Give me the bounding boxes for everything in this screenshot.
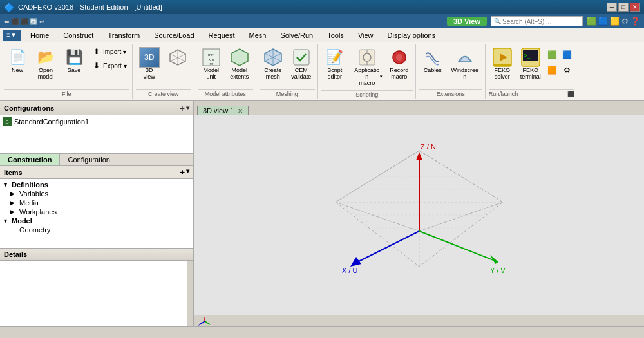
search-input[interactable]: [502, 18, 580, 25]
export-label: Export ▾: [103, 62, 127, 70]
items-title: Items: [4, 169, 23, 176]
tab-display-options[interactable]: Display options: [381, 28, 443, 42]
new-icon: 📄: [7, 47, 28, 68]
search-box[interactable]: 🔍: [491, 16, 583, 26]
feko-solver-button[interactable]: FEKOsolver: [489, 45, 516, 82]
config-add-button[interactable]: +: [180, 103, 185, 113]
tree-item-definitions[interactable]: ▼ Definitions: [3, 180, 191, 189]
titlebar-controls[interactable]: ─ □ ✕: [607, 3, 640, 12]
app-macro-icon: [357, 47, 377, 68]
definitions-expand[interactable]: ▼: [3, 182, 10, 188]
icon4[interactable]: ⚙: [621, 17, 629, 26]
file-small-buttons: ⬆ Import ▾ ⬇ Export ▾: [89, 45, 129, 72]
new-button[interactable]: 📄 New: [4, 45, 31, 76]
tab-request[interactable]: Request: [202, 28, 242, 42]
origin-indicator: Z X Y: [197, 317, 213, 326]
3d-view-button[interactable]: 3D 3Dview: [136, 45, 163, 82]
app-icon: 🔷: [4, 3, 14, 12]
config-arrow-button[interactable]: ▾: [186, 104, 189, 111]
model-unit-button[interactable]: mm km m Modelunit: [198, 45, 225, 82]
import-button[interactable]: ⬆ Import ▾: [89, 45, 129, 58]
top-toolbar-right: 3D View 🔍 🟩 🟦 🟨 ⚙ ❓: [447, 16, 640, 26]
svg-line-31: [419, 202, 503, 231]
view-3d-tab[interactable]: 3D view 1 ✕: [197, 106, 249, 115]
top-toolbar-left: ⬅ ⬛ ⬛ 🔄 ↩: [4, 18, 44, 25]
config-item-standard[interactable]: S StandardConfiguration1: [3, 117, 191, 127]
media-expand[interactable]: ▶: [10, 200, 18, 206]
variables-expand[interactable]: ▶: [10, 191, 18, 197]
model-extents-button[interactable]: Modelextents: [226, 45, 253, 82]
tab-sourceload[interactable]: Source/Load: [147, 28, 201, 42]
config-add-area[interactable]: + ▾: [180, 103, 189, 113]
tab-view[interactable]: View: [351, 28, 381, 42]
tab-construct[interactable]: Construct: [56, 28, 100, 42]
view-area: 3D view 1 ✕: [194, 101, 644, 326]
app-macro-arrow: ▾: [380, 74, 383, 79]
workplanes-expand[interactable]: ▶: [10, 209, 18, 215]
workplanes-label: Workplanes: [19, 208, 57, 216]
tab-construction[interactable]: Construction: [0, 154, 60, 165]
config-item-icon: S: [3, 117, 12, 126]
file-group-items: 📄 New 📂 Openmodel 💾 Save ⬆ Import ▾ ⬇ Ex…: [4, 45, 129, 88]
geometry-label: Geometry: [19, 226, 50, 234]
tree-item-variables[interactable]: ▶ Variables: [3, 189, 191, 198]
close-button[interactable]: ✕: [630, 3, 640, 12]
app-menu-button[interactable]: ≡▼: [3, 30, 21, 41]
icon3[interactable]: 🟨: [610, 17, 620, 26]
tree-item-model[interactable]: ▼ Model: [3, 216, 191, 225]
run-icon-1[interactable]: 🟩: [545, 48, 560, 62]
icon2[interactable]: 🟦: [598, 17, 608, 26]
create-mesh-button[interactable]: Createmesh: [260, 45, 287, 82]
icon1[interactable]: 🟩: [587, 17, 596, 26]
tree-item-workplanes[interactable]: ▶ Workplanes: [3, 207, 191, 216]
ribbon-group-extensions: Cables Windscreen Extensions: [417, 44, 486, 99]
svg-marker-43: [350, 257, 361, 267]
icon5[interactable]: ❓: [630, 17, 640, 26]
runlaunch-items: FEKOsolver >_ FEKOterminal 🟩 🟦: [489, 45, 574, 88]
details-title: Details: [4, 250, 27, 258]
maximize-button[interactable]: □: [618, 3, 629, 12]
save-button[interactable]: 💾 Save: [61, 45, 88, 76]
items-header: Items + ▾: [0, 166, 193, 179]
tab-mesh[interactable]: Mesh: [242, 28, 274, 42]
tab-configuration[interactable]: Configuration: [60, 154, 118, 165]
svg-text:km: km: [209, 57, 214, 61]
app-macro-button[interactable]: Applicationmacro ▾: [350, 45, 384, 89]
model-expand[interactable]: ▼: [3, 218, 10, 224]
model-extents-icon: [229, 47, 250, 68]
view-3d-tab-close[interactable]: ✕: [238, 108, 243, 115]
run-icon-2[interactable]: 🟦: [560, 48, 574, 62]
open-model-button[interactable]: 📂 Openmodel: [32, 45, 59, 82]
run-icon-4[interactable]: ⚙: [560, 63, 574, 77]
tab-transform[interactable]: Transform: [100, 28, 147, 42]
feko-terminal-button[interactable]: >_ FEKOterminal: [517, 45, 544, 82]
tab-home[interactable]: Home: [23, 28, 56, 42]
tab-solverun[interactable]: Solve/Run: [273, 28, 320, 42]
export-button[interactable]: ⬇ Export ▾: [89, 59, 129, 72]
items-arrow-button[interactable]: ▾: [186, 167, 189, 177]
details-content: [0, 261, 193, 327]
record-macro-button[interactable]: Recordmacro: [386, 45, 413, 82]
items-add-button[interactable]: +: [180, 167, 185, 177]
tree-item-geometry[interactable]: ─ Geometry: [3, 225, 191, 234]
ribbon-group-file: 📄 New 📂 Openmodel 💾 Save ⬆ Import ▾ ⬇ Ex…: [1, 44, 133, 99]
search-icon: 🔍: [494, 18, 501, 24]
create-view-items: 3D 3Dview: [136, 45, 191, 88]
cem-validate-button[interactable]: CEMvalidate: [288, 45, 315, 82]
runlaunch-label: Run/launch ⬛: [489, 89, 574, 97]
runlaunch-expand[interactable]: ⬛: [567, 91, 574, 97]
tab-tools[interactable]: Tools: [320, 28, 351, 42]
view-mode-label[interactable]: 3D View: [447, 17, 487, 26]
minimize-button[interactable]: ─: [607, 3, 617, 12]
cables-button[interactable]: Cables: [419, 45, 446, 76]
configurations-title: Configurations: [4, 104, 54, 112]
svg-text:X: X: [198, 323, 200, 326]
app-menu-button-area[interactable]: ≡▼: [3, 30, 21, 41]
details-scrollbar[interactable]: [187, 261, 193, 327]
extents-button[interactable]: [164, 45, 191, 70]
windscreen-button[interactable]: Windscreen: [448, 45, 482, 82]
script-editor-button[interactable]: 📝 Scripteditor: [321, 45, 348, 82]
run-icon-3[interactable]: 🟧: [545, 63, 560, 77]
export-icon: ⬇: [91, 61, 102, 71]
tree-item-media[interactable]: ▶ Media: [3, 198, 191, 207]
